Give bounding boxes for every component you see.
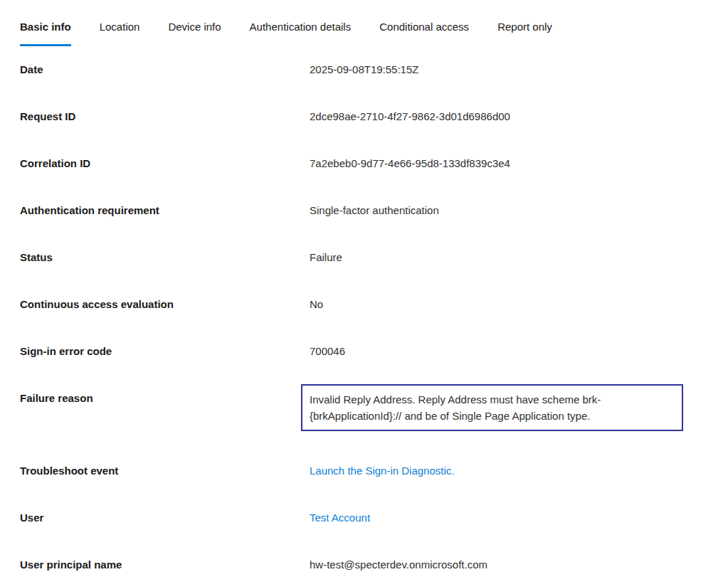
field-label: Failure reason [20, 391, 310, 406]
field-value-date: 2025-09-08T19:55:15Z [310, 63, 418, 77]
field-row-status: Status Failure [20, 250, 714, 265]
field-value-request-id: 2dce98ae-2710-4f27-9862-3d01d6986d00 [310, 110, 510, 124]
signin-detail-pane: Basic info Location Device info Authenti… [0, 0, 728, 572]
tab-device-info[interactable]: Device info [168, 20, 221, 46]
signin-diagnostic-link[interactable]: Launch the Sign-in Diagnostic. [310, 464, 454, 478]
field-label: Request ID [20, 110, 310, 124]
failure-reason-box[interactable]: Invalid Reply Address. Reply Address mus… [301, 384, 683, 431]
field-label: Authentication requirement [20, 203, 310, 218]
field-value-status: Failure [310, 250, 342, 265]
tab-conditional-access[interactable]: Conditional access [379, 20, 469, 46]
field-value-continuous-access-evaluation: No [310, 297, 323, 312]
field-value-authentication-requirement: Single-factor authentication [310, 203, 439, 218]
field-row-correlation-id: Correlation ID 7a2ebeb0-9d77-4e66-95d8-1… [20, 157, 714, 171]
field-label: User principal name [20, 558, 310, 572]
field-row-date: Date 2025-09-08T19:55:15Z [20, 63, 714, 77]
field-row-user: User Test Account [20, 511, 714, 525]
field-row-failure-reason: Failure reason Invalid Reply Address. Re… [20, 391, 714, 431]
field-row-continuous-access-evaluation: Continuous access evaluation No [20, 297, 714, 312]
field-value-user-principal-name: hw-test@specterdev.onmicrosoft.com [310, 558, 487, 572]
field-label: Date [20, 63, 310, 77]
field-row-user-principal-name: User principal name hw-test@specterdev.o… [20, 558, 714, 572]
field-row-troubleshoot-event: Troubleshoot event Launch the Sign-in Di… [20, 464, 714, 478]
user-link[interactable]: Test Account [310, 511, 370, 525]
field-label: User [20, 511, 310, 525]
field-value-correlation-id: 7a2ebeb0-9d77-4e66-95d8-133df839c3e4 [310, 157, 510, 171]
field-label: Correlation ID [20, 157, 310, 171]
field-list: Date 2025-09-08T19:55:15Z Request ID 2dc… [20, 63, 714, 572]
field-label: Status [20, 250, 310, 265]
tab-authentication-details[interactable]: Authentication details [250, 20, 352, 46]
field-row-request-id: Request ID 2dce98ae-2710-4f27-9862-3d01d… [20, 110, 714, 124]
field-label: Troubleshoot event [20, 464, 310, 478]
tab-bar: Basic info Location Device info Authenti… [20, 0, 714, 46]
field-label: Continuous access evaluation [20, 297, 310, 312]
tab-basic-info[interactable]: Basic info [20, 20, 71, 46]
field-value-signin-error-code: 700046 [310, 344, 345, 359]
field-row-authentication-requirement: Authentication requirement Single-factor… [20, 203, 714, 218]
field-row-signin-error-code: Sign-in error code 700046 [20, 344, 714, 359]
tab-report-only[interactable]: Report only [497, 20, 552, 46]
field-label: Sign-in error code [20, 344, 310, 359]
tab-location[interactable]: Location [100, 20, 140, 46]
